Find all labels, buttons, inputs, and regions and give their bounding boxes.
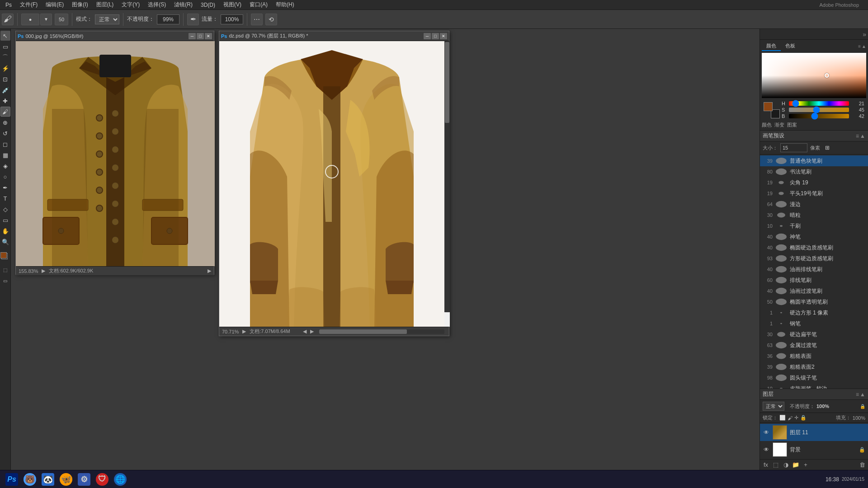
clone-tool[interactable]: ⊕	[0, 117, 10, 127]
draw-close-btn[interactable]: ✕	[440, 33, 447, 39]
brush-item[interactable]: 98圆头镶子笔	[760, 372, 868, 383]
brush-item[interactable]: 63金属过渡笔	[760, 340, 868, 351]
layer-bg-visibility[interactable]: 👁	[763, 446, 770, 453]
menu-edit[interactable]: 编辑(E)	[42, 0, 67, 9]
hand-tool[interactable]: ✋	[0, 226, 10, 236]
tab-swatches[interactable]: 色板	[781, 42, 800, 51]
layer-new-btn[interactable]: +	[802, 461, 810, 469]
lock-position-btn[interactable]: ✛	[794, 415, 798, 421]
text-tool[interactable]: T	[0, 193, 10, 203]
airbrush-btn[interactable]: ✒	[187, 14, 199, 25]
menu-layer[interactable]: 图层(L)	[93, 0, 118, 9]
draw-forward-btn[interactable]: ▶	[310, 328, 314, 334]
layer-adj-btn[interactable]: ◑	[782, 461, 790, 469]
lasso-tool[interactable]: ⌒	[0, 52, 10, 62]
brush-item[interactable]: 19尖角 19	[760, 177, 868, 188]
brush-size-down[interactable]: ▼	[40, 14, 52, 25]
brush-item[interactable]: 30晴粒	[760, 210, 868, 221]
taskbar-sogou-btn[interactable]: 🐻	[22, 471, 38, 488]
color-picker-area[interactable]	[762, 53, 866, 98]
shape-tool[interactable]: ▭	[0, 215, 10, 225]
brightness-slider[interactable]	[789, 114, 849, 118]
panel-collapse-btn[interactable]: »	[863, 31, 866, 38]
lock-transparent-btn[interactable]: ⬜	[779, 415, 786, 421]
draw-hscrollbar-thumb[interactable]	[319, 329, 407, 334]
flow-input[interactable]	[221, 14, 243, 24]
menu-ps[interactable]: Ps	[2, 1, 15, 9]
layer-11-visibility[interactable]: 👁	[763, 429, 770, 436]
draw-title-bar[interactable]: Ps dz.psd @ 70.7% (图层 11, RGB/8) * ─ □ ✕	[219, 31, 449, 41]
menu-window[interactable]: 窗口(A)	[246, 0, 271, 9]
brush-item[interactable]: 39粗糙表面2	[760, 361, 868, 372]
brush-size-expand-btn[interactable]: ⊞	[823, 143, 832, 152]
screen-mode-btn[interactable]: ▭	[0, 276, 10, 286]
brush-item[interactable]: 10干刷	[760, 221, 868, 231]
mode-color[interactable]: 颜色	[762, 122, 772, 128]
foreground-color-swatch[interactable]	[0, 252, 7, 258]
brush-item[interactable]: 60排线笔刷	[760, 275, 868, 286]
layer-mask-btn[interactable]: ⬚	[772, 461, 780, 469]
color-picker-cursor[interactable]	[825, 73, 829, 78]
menu-view[interactable]: 视图(V)	[220, 0, 245, 9]
draw-maximize-btn[interactable]: □	[432, 33, 439, 39]
brush-item[interactable]: 19平头19号笔刷	[760, 188, 868, 199]
color-panel-menu[interactable]: ≡	[858, 44, 861, 49]
hue-slider[interactable]	[789, 101, 849, 106]
blur-tool[interactable]: ◈	[0, 161, 10, 171]
eraser-tool[interactable]: ◻	[0, 139, 10, 149]
brush-item[interactable]: 36粗糙表面	[760, 351, 868, 361]
layer-item-bg[interactable]: 👁 背景 🔒	[760, 441, 868, 458]
airbrush-toggle[interactable]: ⋯	[251, 14, 263, 25]
brush-item[interactable]: 10皮肤画笔 - 软边	[760, 383, 868, 389]
brush-preset-btn[interactable]: ●	[21, 14, 39, 25]
draw-minimize-btn[interactable]: ─	[424, 33, 431, 39]
brush-item[interactable]: 1硬边方形 1 像素	[760, 307, 868, 318]
taskbar-360-btn[interactable]: 🛡	[94, 471, 110, 488]
saturation-slider[interactable]	[789, 108, 849, 112]
eyedropper-tool[interactable]: 💉	[0, 85, 10, 95]
menu-text[interactable]: 文字(Y)	[118, 0, 143, 9]
tab-color[interactable]: 颜色	[762, 42, 781, 51]
brush-item[interactable]: 64漫边	[760, 199, 868, 210]
smoothing-btn[interactable]: ⟲	[265, 14, 277, 25]
taskbar-ps-btn[interactable]: Ps	[4, 471, 20, 488]
mode-gradient[interactable]: 渐变	[774, 122, 784, 128]
brush-item[interactable]: 93方形硬边质感笔刷	[760, 253, 868, 264]
brush-item[interactable]: 80书法笔刷	[760, 166, 868, 177]
ref-title-bar[interactable]: Ps 000.jpg @ 156%(RGB/8#) ─ □ ✕	[16, 31, 214, 41]
brush-tool[interactable]: 🖌	[0, 107, 10, 117]
layer-delete-btn[interactable]: 🗑	[858, 461, 866, 469]
layers-panel-menu[interactable]: ≡	[856, 391, 859, 398]
draw-vscrollbar[interactable]	[444, 41, 450, 312]
gradient-tool[interactable]: ▦	[0, 150, 10, 160]
menu-select[interactable]: 选择(S)	[144, 0, 170, 9]
pen-tool[interactable]: ✒	[0, 183, 10, 192]
healing-tool[interactable]: ✚	[0, 96, 10, 106]
path-tool[interactable]: ◇	[0, 204, 10, 214]
brush-panel-menu[interactable]: ≡	[856, 133, 859, 139]
layer-item-11[interactable]: 👁 图层 11	[760, 424, 868, 441]
layers-panel-collapse[interactable]: ▲	[860, 391, 865, 398]
taskbar-app4-btn[interactable]: ⚙	[76, 471, 92, 488]
menu-help[interactable]: 帮助(H)	[272, 0, 298, 9]
ref-maximize-btn[interactable]: □	[197, 33, 204, 39]
menu-image[interactable]: 图像(I)	[68, 0, 91, 9]
menu-search[interactable]: Adobe Photoshop	[816, 1, 863, 9]
crop-tool[interactable]: ⊡	[0, 74, 10, 84]
layer-group-btn[interactable]: 📁	[792, 461, 800, 469]
draw-hscrollbar[interactable]	[319, 329, 444, 334]
quick-mask-btn[interactable]: ⬚	[0, 265, 10, 275]
draw-vscrollbar-thumb[interactable]	[445, 42, 449, 123]
layer-mode-select[interactable]: 正常	[763, 402, 784, 411]
brush-item[interactable]: 40椭圆硬边质感笔刷	[760, 242, 868, 253]
brush-item[interactable]: 40神笔	[760, 231, 868, 242]
brush-item[interactable]: 40油画过渡笔刷	[760, 286, 868, 296]
brush-item[interactable]: 30硬边扁平笔	[760, 329, 868, 340]
history-tool[interactable]: ↺	[0, 128, 10, 138]
move-tool[interactable]: ↖	[0, 31, 10, 41]
draw-play-btn[interactable]: ◀	[303, 328, 307, 334]
menu-3d[interactable]: 3D(D)	[197, 1, 219, 9]
taskbar-filemgr-btn[interactable]: 🐼	[40, 471, 56, 488]
ref-minimize-btn[interactable]: ─	[189, 33, 196, 39]
brush-item[interactable]: 50椭圆半透明笔刷	[760, 296, 868, 307]
